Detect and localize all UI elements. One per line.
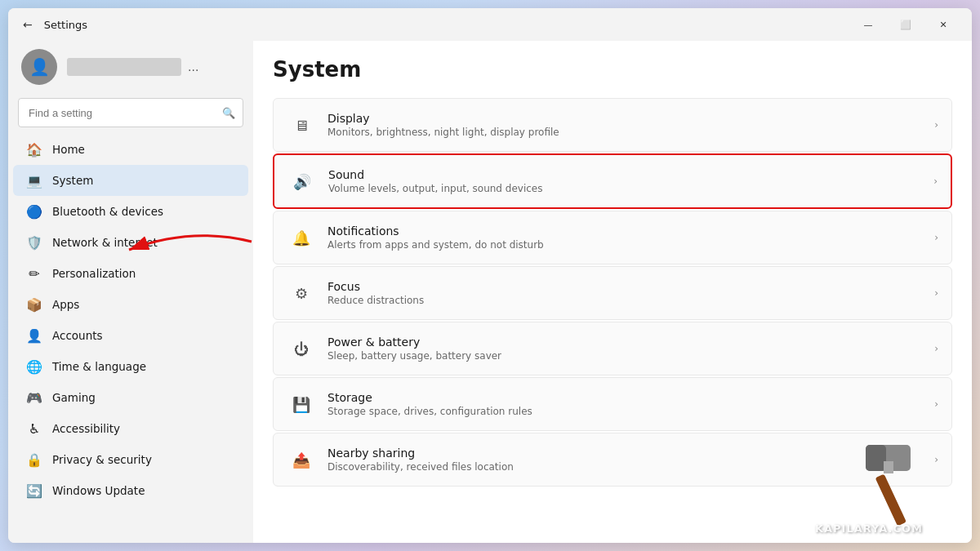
setting-name-power: Power & battery xyxy=(327,335,928,349)
search-icon: 🔍 xyxy=(222,107,235,119)
setting-icon-focus: ⚙ xyxy=(287,278,316,308)
setting-item-focus[interactable]: ⚙ Focus Reduce distractions › xyxy=(273,266,952,320)
titlebar: ← Settings — ⬜ ✕ xyxy=(8,8,972,41)
window-controls: — ⬜ ✕ xyxy=(849,11,962,38)
sidebar-label-privacy: Privacy & security xyxy=(52,453,152,466)
setting-item-notifications[interactable]: 🔔 Notifications Alerts from apps and sys… xyxy=(273,211,952,264)
search-box: 🔍 xyxy=(18,98,243,127)
chevron-icon-storage: › xyxy=(934,398,938,410)
setting-desc-display: Monitors, brightness, night light, displ… xyxy=(327,127,928,138)
chevron-icon-nearby: › xyxy=(934,454,938,465)
nav-icon-update: 🔄 xyxy=(26,482,42,499)
chevron-icon-focus: › xyxy=(934,287,938,299)
setting-desc-power: Sleep, battery usage, battery saver xyxy=(327,350,928,362)
nav-icon-bluetooth: 🔵 xyxy=(26,203,42,220)
sidebar-label-personalization: Personalization xyxy=(52,267,136,280)
nav-icon-privacy: 🔒 xyxy=(26,451,42,468)
setting-name-notifications: Notifications xyxy=(327,224,928,238)
setting-desc-sound: Volume levels, output, input, sound devi… xyxy=(328,183,927,194)
user-section: 👤 ... xyxy=(8,41,253,98)
chevron-icon-display: › xyxy=(934,119,938,131)
nav-icon-personalization: ✏️ xyxy=(26,265,42,282)
window-title: Settings xyxy=(44,19,87,31)
nav-list: 🏠 Home 💻 System 🔵 Bluetooth & devices 🛡️… xyxy=(8,134,253,506)
maximize-button[interactable]: ⬜ xyxy=(887,11,924,38)
nav-icon-apps: 📦 xyxy=(26,296,42,313)
setting-item-power[interactable]: ⏻ Power & battery Sleep, battery usage, … xyxy=(273,322,952,375)
sidebar-label-system: System xyxy=(52,174,93,187)
page-title: System xyxy=(273,57,952,82)
search-input[interactable] xyxy=(18,98,243,127)
setting-item-nearby[interactable]: 📤 Nearby sharing Discoverability, receiv… xyxy=(273,433,952,487)
sidebar-label-accessibility: Accessibility xyxy=(52,422,120,435)
setting-desc-storage: Storage space, drives, configuration rul… xyxy=(327,406,928,417)
user-name-bar xyxy=(67,58,181,76)
setting-name-display: Display xyxy=(327,112,928,125)
sidebar-label-update: Windows Update xyxy=(52,484,145,497)
setting-desc-focus: Reduce distractions xyxy=(327,295,928,306)
back-button[interactable]: ← xyxy=(18,15,38,34)
setting-name-sound: Sound xyxy=(328,168,927,181)
setting-desc-notifications: Alerts from apps and system, do not dist… xyxy=(327,239,928,251)
setting-icon-power: ⏻ xyxy=(287,334,316,363)
chevron-icon-power: › xyxy=(934,343,938,354)
sidebar-item-update[interactable]: 🔄 Windows Update xyxy=(13,475,248,506)
nav-icon-time: 🌐 xyxy=(26,358,42,375)
setting-icon-sound: 🔊 xyxy=(287,167,317,196)
sidebar-item-network[interactable]: 🛡️ Network & internet xyxy=(13,227,248,258)
sidebar-item-accounts[interactable]: 👤 Accounts xyxy=(13,320,248,351)
setting-icon-display: 🖥 xyxy=(287,110,316,140)
sidebar-item-time[interactable]: 🌐 Time & language xyxy=(13,351,248,382)
sidebar-label-accounts: Accounts xyxy=(52,329,103,342)
setting-item-sound[interactable]: 🔊 Sound Volume levels, output, input, so… xyxy=(273,153,952,209)
sidebar-item-accessibility[interactable]: ♿ Accessibility xyxy=(13,413,248,444)
nav-icon-gaming: 🎮 xyxy=(26,389,42,406)
nav-icon-system: 💻 xyxy=(26,172,42,189)
setting-icon-nearby: 📤 xyxy=(287,445,316,474)
settings-list: 🖥 Display Monitors, brightness, night li… xyxy=(273,98,952,487)
sidebar-item-apps[interactable]: 📦 Apps xyxy=(13,289,248,320)
main-content: System 🖥 Display Monitors, brightness, n… xyxy=(253,41,972,543)
sidebar: 👤 ... 🔍 🏠 Home 💻 System 🔵 xyxy=(8,41,253,543)
setting-desc-nearby: Discoverability, received files location xyxy=(327,461,928,473)
user-dots: ... xyxy=(188,60,198,73)
setting-name-storage: Storage xyxy=(327,391,928,404)
setting-icon-notifications: 🔔 xyxy=(287,223,316,252)
minimize-button[interactable]: — xyxy=(849,11,887,38)
setting-item-display[interactable]: 🖥 Display Monitors, brightness, night li… xyxy=(273,98,952,152)
sidebar-item-privacy[interactable]: 🔒 Privacy & security xyxy=(13,444,248,475)
setting-item-storage[interactable]: 💾 Storage Storage space, drives, configu… xyxy=(273,377,952,431)
sidebar-item-home[interactable]: 🏠 Home xyxy=(13,134,248,165)
nav-icon-accounts: 👤 xyxy=(26,327,42,344)
sidebar-label-gaming: Gaming xyxy=(52,391,96,404)
setting-name-nearby: Nearby sharing xyxy=(327,447,928,460)
nav-icon-network: 🛡️ xyxy=(26,234,42,251)
nav-icon-accessibility: ♿ xyxy=(26,420,42,437)
chevron-icon-sound: › xyxy=(933,176,938,187)
sidebar-item-system[interactable]: 💻 System xyxy=(13,165,248,196)
sidebar-item-gaming[interactable]: 🎮 Gaming xyxy=(13,382,248,413)
close-button[interactable]: ✕ xyxy=(924,11,962,38)
nav-icon-home: 🏠 xyxy=(26,141,42,158)
sidebar-label-time: Time & language xyxy=(52,360,146,373)
avatar: 👤 xyxy=(21,49,57,85)
setting-icon-storage: 💾 xyxy=(287,389,316,419)
sidebar-label-bluetooth: Bluetooth & devices xyxy=(52,205,163,218)
sidebar-item-personalization[interactable]: ✏️ Personalization xyxy=(13,258,248,289)
chevron-icon-notifications: › xyxy=(934,232,938,243)
sidebar-label-apps: Apps xyxy=(52,298,79,311)
sidebar-label-home: Home xyxy=(52,143,85,156)
sidebar-item-bluetooth[interactable]: 🔵 Bluetooth & devices xyxy=(13,196,248,227)
setting-name-focus: Focus xyxy=(327,280,928,293)
sidebar-label-network: Network & internet xyxy=(52,236,158,249)
